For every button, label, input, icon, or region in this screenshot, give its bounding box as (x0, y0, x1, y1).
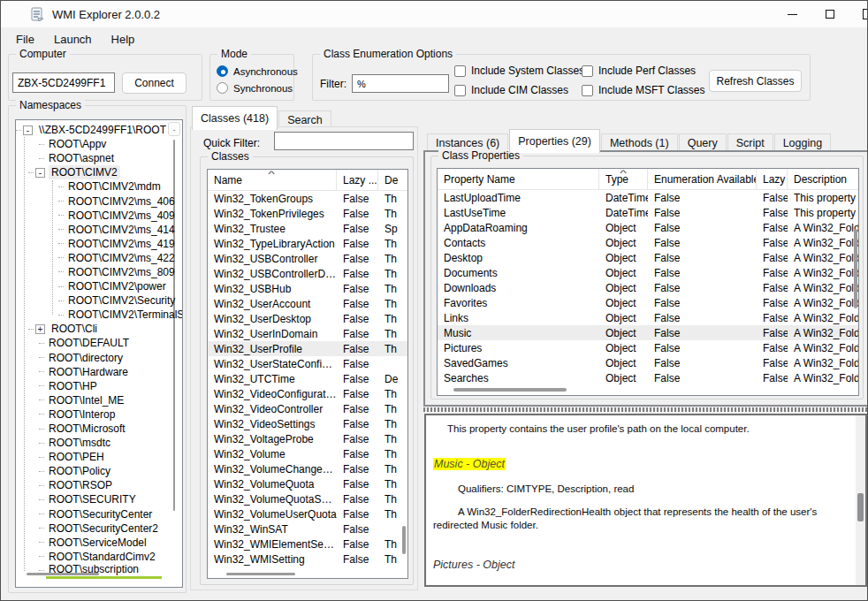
tree-item[interactable]: ROOT\HP (16, 379, 182, 393)
minimize-button[interactable] (773, 1, 811, 27)
tree-expand-icon[interactable]: + (35, 324, 45, 334)
tree-item[interactable]: ROOT\Appv (16, 137, 182, 151)
menu-file[interactable]: File (6, 29, 44, 49)
property-row[interactable]: Links Object False False A Win32_Folde (438, 310, 858, 325)
quick-filter-input[interactable] (274, 132, 414, 150)
property-row[interactable]: Searches Object False False A Win32_Fold… (438, 370, 858, 385)
property-description-panel[interactable]: This property contains the user profile'… (424, 414, 867, 587)
class-row[interactable]: Win32_VideoSettings False Th (208, 416, 407, 431)
tree-item[interactable]: ROOT\Hardware (16, 365, 182, 379)
description-vscrollbar[interactable] (857, 493, 864, 521)
property-row[interactable]: Favorites Object False False A Win32_Fol… (438, 295, 858, 310)
tree-item[interactable]: ROOT\CIMV2\ms_406 (16, 194, 182, 208)
checkbox-include-perf-classes[interactable]: Include Perf Classes (582, 65, 696, 77)
classes-list-header[interactable]: ^ Name Lazy ... De (208, 170, 407, 191)
tree-item[interactable]: - ROOT\CIMV2 (16, 165, 182, 179)
tree-item[interactable]: ROOT\CIMV2\ms_419 (16, 237, 182, 251)
tree-item[interactable]: ROOT\SecurityCenter2 (16, 521, 182, 536)
property-row[interactable]: Music Object False False A Win32_Folde (438, 325, 858, 340)
class-row[interactable]: Win32_USBControllerDevice False Th (208, 266, 407, 281)
class-row[interactable]: Win32_UserDesktop False Th (208, 311, 407, 326)
property-row[interactable]: SavedGames Object False False A Win32_Fo… (438, 355, 858, 370)
tree-item[interactable]: - \\ZBX-5CD2499FF1\ROOT (16, 123, 182, 137)
class-row[interactable]: Win32_Trustee False Sp (208, 221, 407, 236)
col-enumeration-available[interactable]: Enumeration Available (648, 169, 757, 189)
class-row[interactable]: Win32_UserProfile False Th (208, 341, 407, 356)
checkbox-include-msft-classes[interactable]: Include MSFT Classes (582, 84, 705, 96)
class-row[interactable]: Win32_UserAccount False Th (208, 296, 407, 311)
class-row[interactable]: Win32_WMISetting False Th (208, 552, 407, 567)
tree-item[interactable]: ROOT\Intel_ME (16, 393, 182, 407)
properties-hscrollbar[interactable] (453, 388, 567, 392)
class-row[interactable]: Win32_VolumeChangeEvent False Th (208, 461, 407, 476)
connect-button[interactable]: Connect (122, 72, 187, 94)
splitter-handle[interactable] (423, 407, 868, 412)
tree-item[interactable]: ROOT\SecurityCenter (16, 507, 182, 521)
class-row[interactable]: Win32_VoltageProbe False Th (208, 431, 407, 446)
tab-classes[interactable]: Classes (418) (192, 106, 278, 130)
class-row[interactable]: Win32_UTCTime False De (208, 371, 407, 386)
checkbox-include-cim-classes[interactable]: Include CIM Classes (454, 84, 568, 96)
properties-table-header[interactable]: ^ Property Name Type Enumeration Availab… (438, 169, 858, 190)
class-row[interactable]: Win32_VideoConfiguration False Th (208, 386, 407, 401)
tree-item[interactable]: ROOT\Interop (16, 407, 182, 422)
tree-item[interactable]: ROOT\CIMV2\power (16, 279, 182, 293)
class-row[interactable]: Win32_VideoController False Th (208, 401, 407, 416)
class-row[interactable]: Win32_USBHub False Th (208, 281, 407, 296)
tree-item[interactable]: ROOT\PEH (16, 450, 182, 464)
tree-item[interactable]: ROOT\CIMV2\ms_409 (16, 209, 182, 223)
class-row[interactable]: Win32_WinSAT False (208, 521, 407, 536)
properties-vscrollbar[interactable] (854, 229, 857, 308)
tree-expand-icon[interactable]: - (35, 168, 45, 178)
tree-item[interactable]: ROOT\CIMV2\mdm (16, 179, 182, 194)
class-row[interactable]: Win32_VolumeQuota False Th (208, 476, 407, 491)
property-row[interactable]: AppDataRoaming Object False False A Win3… (438, 220, 858, 235)
tree-item[interactable]: + ROOT\Cli (16, 322, 182, 336)
tree-item[interactable]: ROOT\RSOP (16, 478, 182, 492)
class-row[interactable]: Win32_VolumeQuotaSetting False Th (208, 491, 407, 506)
radio-asynchronous[interactable]: Asynchronous (217, 65, 298, 77)
property-row[interactable]: LastUseTime DateTime False False This pr… (438, 205, 858, 220)
property-row[interactable]: Pictures Object False False A Win32_Fold… (438, 340, 858, 355)
checkbox-include-system-classes[interactable]: Include System Classes (454, 65, 584, 77)
class-row[interactable]: Win32_TypeLibraryAction False Th (208, 236, 407, 251)
tree-expand-icon[interactable]: - (23, 126, 33, 135)
tree-item[interactable]: ROOT\SECURITY (16, 492, 182, 506)
class-row[interactable]: Win32_WMIElementSetting False Th (208, 536, 407, 552)
property-row[interactable]: Contacts Object False False A Win32_Fold… (438, 235, 858, 250)
class-row[interactable]: Win32_UserInDomain False Th (208, 326, 407, 341)
classes-vscrollbar[interactable] (402, 526, 406, 554)
property-row[interactable]: LastUploadTime DateTime False False This… (438, 190, 858, 205)
col-lazy[interactable]: Lazy ... (337, 170, 378, 190)
tree-item[interactable]: ROOT\subscription (16, 564, 182, 578)
tree-item[interactable]: ROOT\CIMV2\ms_809 (16, 265, 182, 279)
radio-synchronous[interactable]: Synchronous (217, 82, 293, 94)
property-row[interactable]: Downloads Object False False A Win32_Fol… (438, 280, 858, 295)
class-row[interactable]: Win32_Volume False Th (208, 446, 407, 461)
description-scrollbar-track[interactable] (856, 415, 865, 585)
tree-item[interactable]: ROOT\aspnet (16, 151, 182, 165)
property-row[interactable]: Documents Object False False A Win32_Fol… (438, 265, 858, 280)
tree-item[interactable]: ROOT\msdtc (16, 436, 182, 450)
classes-hscrollbar[interactable] (226, 573, 295, 575)
menu-help[interactable]: Help (102, 29, 145, 49)
class-row[interactable]: Win32_USBController False Th (208, 251, 407, 266)
col-description[interactable]: Description (788, 169, 858, 189)
class-row[interactable]: Win32_TokenPrivileges False Th (208, 206, 407, 221)
col-lazy[interactable]: Lazy (757, 169, 788, 189)
computer-input[interactable] (12, 72, 115, 93)
col-property-name[interactable]: Property Name (438, 169, 599, 189)
maximize-button[interactable] (811, 1, 849, 27)
close-button[interactable] (863, 9, 868, 19)
property-row[interactable]: Desktop Object False False A Win32_Folde (438, 250, 858, 265)
filter-input[interactable] (352, 74, 449, 93)
tree-item[interactable]: ROOT\ServiceModel (16, 536, 182, 550)
col-description[interactable]: De (378, 170, 407, 190)
refresh-classes-button[interactable]: Refresh Classes (709, 70, 802, 92)
tree-item[interactable]: ROOT\Microsoft (16, 422, 182, 436)
tree-item[interactable]: ROOT\directory (16, 351, 182, 365)
tree-item[interactable]: ROOT\DEFAULT (16, 336, 182, 350)
tree-item[interactable]: ROOT\CIMV2\TerminalSe (16, 308, 182, 322)
tab-properties[interactable]: Properties (29) (509, 129, 600, 153)
tree-item[interactable]: ROOT\Policy (16, 464, 182, 478)
